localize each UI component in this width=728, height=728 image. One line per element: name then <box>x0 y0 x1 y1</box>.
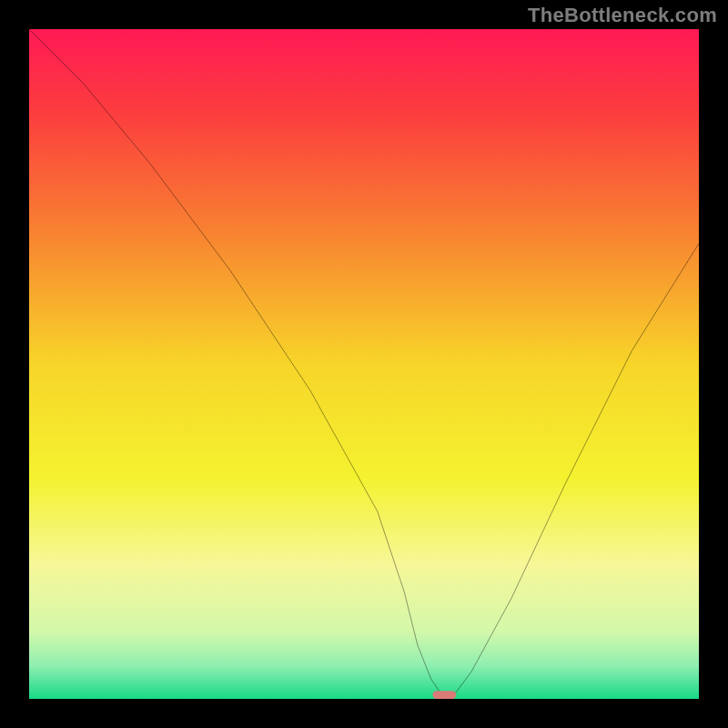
gradient-background <box>29 29 699 699</box>
attribution-watermark: TheBottleneck.com <box>528 4 717 27</box>
plot-area <box>29 29 699 699</box>
bottleneck-heatmap-chart: TheBottleneck.com <box>0 0 728 728</box>
optimal-marker <box>432 691 456 699</box>
chart-svg <box>29 29 699 699</box>
